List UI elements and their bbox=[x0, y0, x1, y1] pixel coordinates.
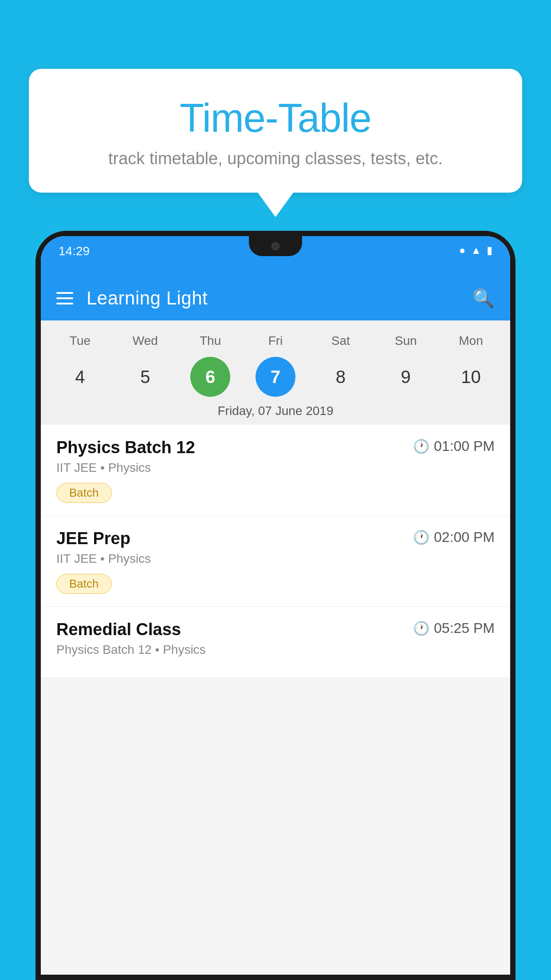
schedule-item-1[interactable]: Physics Batch 12 🕐 01:00 PM IIT JEE • Ph… bbox=[41, 425, 510, 516]
schedule-item-2-time-value: 02:00 PM bbox=[434, 529, 495, 545]
calendar-section: Tue Wed Thu Fri Sat Sun Mon 4 5 6 7 8 9 … bbox=[41, 320, 510, 425]
date-6-today[interactable]: 6 bbox=[190, 357, 230, 397]
clock-icon-2: 🕐 bbox=[413, 530, 429, 545]
search-button[interactable]: 🔍 bbox=[472, 288, 495, 309]
day-mon: Mon bbox=[444, 334, 497, 348]
phone-notch bbox=[249, 236, 302, 256]
date-10[interactable]: 10 bbox=[451, 357, 491, 397]
day-thu: Thu bbox=[184, 334, 237, 348]
schedule-list: Physics Batch 12 🕐 01:00 PM IIT JEE • Ph… bbox=[41, 425, 510, 678]
schedule-item-1-header: Physics Batch 12 🕐 01:00 PM bbox=[56, 438, 495, 457]
batch-badge-2: Batch bbox=[56, 574, 112, 594]
schedule-item-3-header: Remedial Class 🕐 05:25 PM bbox=[56, 620, 495, 639]
status-time: 14:29 bbox=[59, 244, 90, 258]
schedule-item-2-subtitle: IIT JEE • Physics bbox=[56, 552, 495, 566]
status-icons: ● ▲ ▮ bbox=[459, 244, 492, 257]
schedule-item-1-time-value: 01:00 PM bbox=[434, 438, 495, 454]
schedule-item-3[interactable]: Remedial Class 🕐 05:25 PM Physics Batch … bbox=[41, 607, 510, 678]
schedule-item-1-time: 🕐 01:00 PM bbox=[413, 438, 495, 454]
clock-icon-1: 🕐 bbox=[413, 439, 429, 454]
date-4[interactable]: 4 bbox=[60, 357, 100, 397]
day-tue: Tue bbox=[53, 334, 106, 348]
speech-bubble-subtitle: track timetable, upcoming classes, tests… bbox=[55, 149, 496, 168]
schedule-item-1-title: Physics Batch 12 bbox=[56, 438, 195, 457]
status-bar: 14:29 ● ▲ ▮ bbox=[41, 236, 510, 276]
date-7-selected[interactable]: 7 bbox=[256, 357, 295, 397]
batch-badge-1: Batch bbox=[56, 483, 112, 503]
speech-bubble-title: Time-Table bbox=[55, 95, 496, 141]
calendar-dates: 4 5 6 7 8 9 10 bbox=[41, 352, 510, 400]
schedule-item-3-time: 🕐 05:25 PM bbox=[413, 620, 495, 636]
phone-screen: 14:29 ● ▲ ▮ bbox=[41, 236, 510, 975]
day-sun: Sun bbox=[379, 334, 433, 348]
hamburger-line-2 bbox=[56, 297, 73, 299]
day-sat: Sat bbox=[314, 334, 367, 348]
date-9[interactable]: 9 bbox=[386, 357, 426, 397]
schedule-item-2[interactable]: JEE Prep 🕐 02:00 PM IIT JEE • Physics Ba… bbox=[41, 516, 510, 607]
speech-bubble-container: Time-Table track timetable, upcoming cla… bbox=[29, 69, 522, 217]
day-fri: Fri bbox=[249, 334, 302, 348]
hamburger-line-3 bbox=[56, 303, 73, 304]
calendar-days-header: Tue Wed Thu Fri Sat Sun Mon bbox=[41, 329, 510, 352]
speech-bubble: Time-Table track timetable, upcoming cla… bbox=[29, 69, 522, 193]
app-title: Learning Light bbox=[87, 288, 208, 309]
battery-icon: ▮ bbox=[487, 244, 492, 257]
menu-button[interactable] bbox=[56, 292, 73, 304]
date-5[interactable]: 5 bbox=[125, 357, 165, 397]
schedule-item-3-subtitle: Physics Batch 12 • Physics bbox=[56, 643, 495, 657]
schedule-item-1-subtitle: IIT JEE • Physics bbox=[56, 461, 495, 475]
wifi-icon: ● bbox=[459, 244, 466, 257]
selected-date-label: Friday, 07 June 2019 bbox=[41, 400, 510, 425]
app-header: Learning Light 🔍 bbox=[41, 276, 510, 320]
phone-frame: 14:29 ● ▲ ▮ bbox=[35, 231, 516, 980]
camera bbox=[272, 242, 279, 250]
signal-icon: ▲ bbox=[471, 244, 481, 257]
schedule-item-3-title: Remedial Class bbox=[56, 620, 181, 639]
phone-container: 14:29 ● ▲ ▮ bbox=[35, 231, 516, 980]
day-wed: Wed bbox=[118, 334, 172, 348]
clock-icon-3: 🕐 bbox=[413, 620, 429, 636]
schedule-item-2-header: JEE Prep 🕐 02:00 PM bbox=[56, 529, 495, 548]
hamburger-line-1 bbox=[56, 292, 73, 294]
date-8[interactable]: 8 bbox=[321, 357, 361, 397]
schedule-item-3-time-value: 05:25 PM bbox=[434, 620, 495, 636]
schedule-item-2-time: 🕐 02:00 PM bbox=[413, 529, 495, 545]
schedule-item-2-title: JEE Prep bbox=[56, 529, 130, 548]
speech-bubble-arrow bbox=[258, 193, 293, 217]
header-left: Learning Light bbox=[56, 288, 208, 309]
